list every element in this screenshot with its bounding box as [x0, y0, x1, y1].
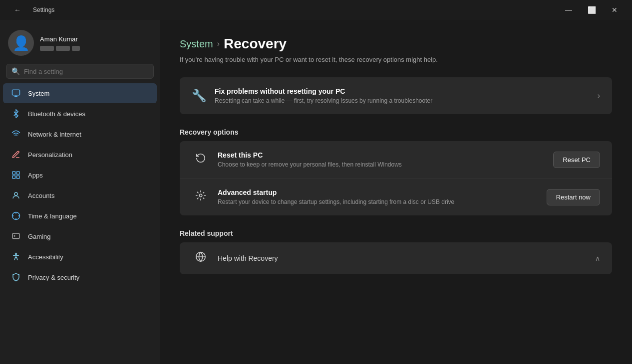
related-support-title: Related support	[180, 229, 612, 237]
sidebar-nav: System Bluetooth & devices Network & int…	[0, 83, 160, 288]
back-icon: ←	[14, 6, 21, 14]
fix-card-title: Fix problems without resetting your PC	[215, 87, 590, 95]
fix-card-desc: Resetting can take a while — first, try …	[215, 97, 590, 104]
content-area: System › Recovery If you're having troub…	[160, 20, 632, 364]
close-button[interactable]: ✕	[603, 2, 626, 18]
nav-label-gaming: Gaming	[28, 233, 51, 240]
option-desc-reset-pc: Choose to keep or remove your personal f…	[218, 161, 545, 168]
option-title-advanced-startup: Advanced startup	[218, 188, 539, 196]
recovery-options-title: Recovery options	[180, 128, 612, 136]
search-container: 🔍	[0, 64, 160, 83]
option-row-advanced-startup: Advanced startup Restart your device to …	[180, 179, 612, 215]
nav-icon-privacy	[11, 272, 21, 282]
option-row-reset-pc: Reset this PC Choose to keep or remove y…	[180, 141, 612, 179]
user-profile: 👤 Aman Kumar	[0, 24, 160, 64]
page-title: Recovery	[224, 36, 287, 52]
nav-icon-network	[11, 129, 21, 139]
svg-rect-3	[12, 176, 15, 179]
sidebar-item-gaming[interactable]: Gaming	[3, 226, 157, 246]
recovery-options-group: Reset this PC Choose to keep or remove y…	[180, 141, 612, 215]
breadcrumb-parent: System	[180, 38, 213, 50]
sidebar-item-apps[interactable]: Apps	[3, 165, 157, 185]
option-title-reset-pc: Reset this PC	[218, 151, 545, 159]
avatar: 👤	[8, 30, 34, 56]
nav-label-bluetooth: Bluetooth & devices	[28, 110, 85, 118]
nav-icon-bluetooth	[11, 109, 21, 119]
app-title: Settings	[33, 6, 54, 13]
sidebar-item-network[interactable]: Network & internet	[3, 124, 157, 144]
nav-icon-system	[11, 88, 21, 98]
nav-icon-accounts	[11, 190, 21, 200]
fix-problems-icon: 🔧	[192, 89, 207, 103]
nav-label-system: System	[28, 90, 49, 97]
avatar-icon: 👤	[12, 35, 30, 51]
sidebar: 👤 Aman Kumar 🔍 System Bluetooth &	[0, 20, 160, 364]
option-icon-reset-pc	[192, 153, 210, 167]
nav-icon-gaming	[11, 231, 21, 241]
nav-icon-time	[11, 211, 21, 221]
svg-point-8	[199, 194, 202, 197]
search-icon: 🔍	[11, 67, 20, 75]
support-row-help-recovery[interactable]: Help with Recovery ∧	[180, 242, 612, 274]
svg-rect-2	[17, 172, 19, 174]
breadcrumb-arrow: ›	[217, 39, 220, 48]
sidebar-item-accessibility[interactable]: Accessibility	[3, 247, 157, 267]
sidebar-item-time[interactable]: Time & language	[3, 206, 157, 226]
user-name: Aman Kumar	[40, 35, 80, 43]
svg-point-7	[15, 253, 17, 255]
fix-card-chevron-icon: ›	[598, 91, 600, 100]
user-dots	[40, 46, 80, 51]
nav-icon-accessibility	[11, 252, 21, 262]
nav-label-personalization: Personalization	[28, 151, 72, 159]
titlebar: ← Settings — ⬜ ✕	[0, 0, 632, 20]
sidebar-item-system[interactable]: System	[3, 83, 157, 103]
svg-rect-0	[12, 90, 20, 95]
nav-label-apps: Apps	[28, 172, 43, 179]
option-icon-advanced-startup	[192, 190, 210, 204]
nav-label-privacy: Privacy & security	[28, 274, 79, 281]
nav-label-time: Time & language	[28, 212, 77, 220]
nav-label-network: Network & internet	[28, 131, 81, 138]
support-group: Help with Recovery ∧	[180, 242, 612, 274]
sidebar-item-bluetooth[interactable]: Bluetooth & devices	[3, 104, 157, 124]
option-btn-reset-pc[interactable]: Reset PC	[553, 152, 600, 168]
minimize-button[interactable]: —	[557, 2, 580, 18]
app-body: 👤 Aman Kumar 🔍 System Bluetooth &	[0, 20, 632, 364]
nav-icon-personalization	[11, 150, 21, 160]
option-desc-advanced-startup: Restart your device to change startup se…	[218, 198, 539, 205]
page-description: If you're having trouble with your PC or…	[180, 56, 559, 63]
svg-rect-4	[17, 176, 19, 179]
search-box: 🔍	[6, 64, 154, 79]
fix-problems-card[interactable]: 🔧 Fix problems without resetting your PC…	[180, 77, 612, 114]
window-controls: — ⬜ ✕	[557, 2, 626, 18]
back-button[interactable]: ←	[6, 2, 29, 18]
option-btn-advanced-startup[interactable]: Restart now	[547, 189, 600, 205]
support-label-help-recovery: Help with Recovery	[218, 254, 587, 262]
fix-card-text: Fix problems without resetting your PC R…	[215, 87, 590, 104]
svg-point-5	[14, 192, 17, 195]
nav-label-accounts: Accounts	[28, 192, 54, 199]
user-dot-1	[40, 46, 54, 51]
maximize-button[interactable]: ⬜	[580, 2, 603, 18]
user-info: Aman Kumar	[40, 35, 80, 51]
user-dot-3	[72, 46, 80, 51]
sidebar-item-personalization[interactable]: Personalization	[3, 145, 157, 165]
search-input[interactable]	[24, 68, 148, 75]
breadcrumb: System › Recovery	[180, 36, 612, 52]
user-dot-2	[56, 46, 70, 51]
nav-icon-apps	[11, 170, 21, 180]
support-icon-help-recovery	[192, 251, 210, 265]
nav-label-accessibility: Accessibility	[28, 253, 63, 261]
sidebar-item-privacy[interactable]: Privacy & security	[3, 267, 157, 287]
sidebar-item-accounts[interactable]: Accounts	[3, 185, 157, 205]
support-chevron-icon-help-recovery: ∧	[595, 254, 600, 262]
svg-rect-1	[12, 172, 15, 174]
